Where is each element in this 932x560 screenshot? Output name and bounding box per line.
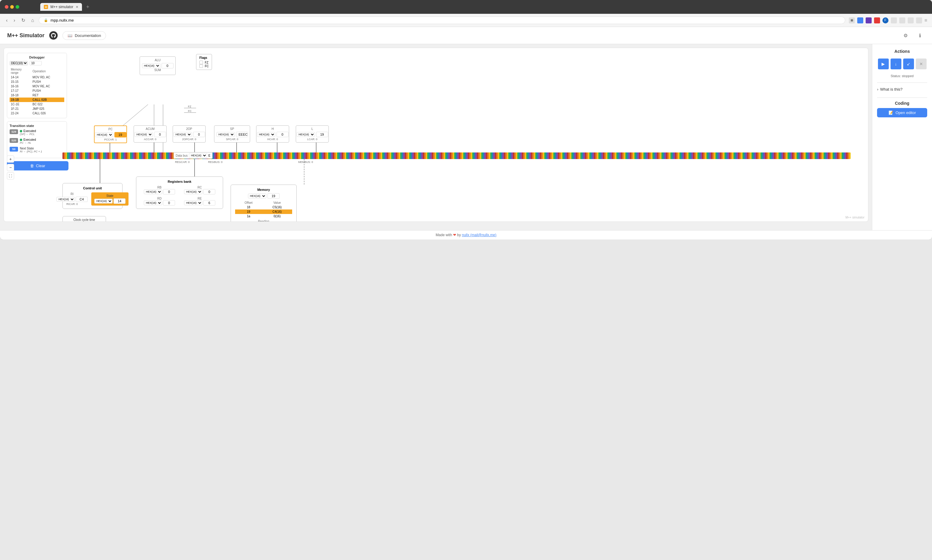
bookmark-icon[interactable]: ⊞ — [849, 17, 855, 23]
ext-5-icon[interactable] — [891, 17, 897, 23]
regbus-label: REGBUS: 0 — [208, 160, 222, 163]
re-format[interactable]: HEX(16) — [184, 200, 202, 205]
stop-button[interactable]: ✕ — [916, 58, 927, 69]
fc-checkbox[interactable] — [199, 64, 203, 68]
h-format[interactable]: HEX(16) — [257, 132, 275, 137]
zoom-in-button[interactable]: + — [7, 155, 14, 163]
bus-format[interactable]: HEX(16) — [189, 153, 207, 158]
debug-op: MOV RD, AC — [31, 75, 64, 80]
debugger-row[interactable]: 22-24CALL 026 — [9, 111, 64, 115]
debugger-row[interactable]: 17-17PUSH — [9, 89, 64, 93]
mem-value: C5(16) — [262, 205, 292, 209]
github-button[interactable] — [49, 31, 58, 40]
ext-2-icon[interactable] — [866, 17, 872, 23]
sp-format[interactable]: HEX(16) — [217, 132, 235, 137]
debug-op: CALL 02B — [31, 97, 64, 102]
state-section: State HEX(16) 14 — [91, 192, 128, 206]
maximize-button[interactable] — [15, 5, 19, 9]
next-state-label: Next State — [20, 147, 42, 150]
state-format[interactable]: HEX(16) — [94, 198, 112, 203]
debug-op: PUSH — [31, 89, 64, 93]
alu-format-select[interactable]: HEX(16) — [142, 63, 160, 68]
op2-format[interactable]: HEX(16) — [174, 132, 192, 137]
ext-7-icon[interactable] — [908, 17, 914, 23]
forward-button[interactable]: › — [12, 17, 16, 24]
address-bar[interactable]: 🔒 mpp.nullx.me — [39, 17, 845, 24]
close-button[interactable] — [5, 5, 8, 9]
what-is-this-button[interactable]: › What is this? — [877, 86, 927, 93]
rb-register: RB HEX(16) 0 — [140, 186, 178, 194]
settings-button[interactable]: ⚙ — [901, 31, 910, 40]
open-editor-button[interactable]: 📝 Open editor — [877, 108, 927, 117]
ext-3-icon[interactable] — [874, 17, 880, 23]
minimize-button[interactable] — [10, 5, 14, 9]
debug-op: MOV RE, AC — [31, 84, 64, 89]
ri-format[interactable]: HEX(16) — [57, 197, 75, 202]
documentation-button[interactable]: 📖 Documentation — [62, 31, 106, 40]
debugger-row[interactable]: 1C-1EBC 022 — [9, 102, 64, 106]
clear-button[interactable]: 🗑 Clear — [7, 161, 68, 171]
transition-item: S29 Executed (SP) ← PCL — [9, 129, 64, 135]
ext-8-icon[interactable] — [916, 17, 922, 23]
rb-format[interactable]: HEX(16) — [144, 189, 162, 194]
author-link[interactable]: nullx (mail@nullx.me) — [462, 233, 496, 237]
fz-checkbox[interactable] — [199, 61, 203, 64]
registers-bank: Registers bank RB HEX(16) 0 — [136, 177, 223, 209]
op2-carry: 2OPCAR: 0 — [176, 138, 203, 141]
transition-sub: PC ← HL — [20, 142, 36, 145]
reload-button[interactable]: ↻ — [20, 16, 26, 24]
debugger-row[interactable]: 14-14MOV RD, AC — [9, 75, 64, 80]
transition-title: Transition state — [9, 124, 64, 128]
sp-title: SP — [217, 127, 247, 131]
step-in-button[interactable]: ↙ — [903, 58, 914, 69]
diagram: FZ FC A B ALU HEX(16) 0 SUM — [4, 48, 868, 222]
acum-format[interactable]: HEX(16) — [134, 132, 153, 137]
step-down-button[interactable]: ↓ — [890, 58, 901, 69]
l-format[interactable]: HEX(16) — [297, 132, 315, 137]
cu-title: Control unit — [67, 186, 118, 190]
rd-format[interactable]: HEX(16) — [144, 200, 162, 205]
memory-title: Memory — [235, 188, 292, 191]
what-is-this-label: What is this? — [880, 87, 902, 92]
new-tab-button[interactable]: + — [86, 4, 89, 10]
info-button[interactable]: ℹ — [915, 31, 925, 40]
debugger-row[interactable]: 18-18RET — [9, 93, 64, 97]
ext-6-icon[interactable] — [899, 17, 905, 23]
regcar-label: REGCAR: 0 — [175, 160, 190, 163]
ext-4-icon[interactable]: F — [883, 17, 889, 23]
debug-range: 15-15 — [9, 80, 31, 84]
debugger-row[interactable]: 15-15PUSH — [9, 80, 64, 84]
back-button[interactable]: ‹ — [5, 17, 9, 24]
debugger-row[interactable]: 19-1BCALL 02B — [9, 97, 64, 102]
debug-op: PUSH — [31, 80, 64, 84]
ext-1-icon[interactable] — [857, 17, 863, 23]
zoom-out-button[interactable]: − — [7, 164, 14, 171]
debugger-row[interactable]: 16-16MOV RE, AC — [9, 84, 64, 89]
transition-desc: Next State RI ← (PC), PC + 1 — [20, 147, 42, 153]
debug-op: JMP 025 — [31, 106, 64, 111]
menu-button[interactable]: ≡ — [924, 18, 927, 23]
acum-register: ACUM HEX(16) 0 ACCAR: 0 — [134, 125, 166, 143]
fullscreen-button[interactable]: ⛶ — [7, 172, 14, 180]
memory-status: Reading — [235, 220, 292, 222]
debugger-row[interactable]: 1F-21JMP 025 — [9, 106, 64, 111]
dec-input[interactable] — [30, 61, 42, 65]
dec-format[interactable]: DEC(10) — [9, 61, 28, 65]
transition-sub: (SP) ← PCL — [20, 133, 36, 135]
play-button[interactable]: ▶ — [878, 58, 889, 69]
h-register: H HEX(16) 0 HCAR: 0 — [256, 125, 289, 143]
tab-title: M++ simulator — [51, 5, 73, 9]
sp-carry: SPCAR: 0 — [217, 138, 247, 141]
memory-format[interactable]: HEX(16) — [248, 194, 267, 198]
h-title: H — [259, 127, 287, 131]
svg-text:FZ: FZ — [188, 105, 191, 108]
h-value: 0 — [277, 132, 288, 137]
pc-format[interactable]: HEX(16) — [95, 132, 113, 137]
home-button[interactable]: ⌂ — [30, 17, 35, 24]
h-carry: HCAR: 0 — [259, 138, 287, 141]
rc-format[interactable]: HEX(16) — [184, 189, 202, 194]
rd-value: 0 — [163, 200, 175, 206]
debug-op: CALL 026 — [31, 111, 64, 115]
tab-close-icon[interactable]: ✕ — [75, 5, 79, 9]
l-register: L HEX(16) 19 LCAR: 0 — [296, 125, 329, 143]
